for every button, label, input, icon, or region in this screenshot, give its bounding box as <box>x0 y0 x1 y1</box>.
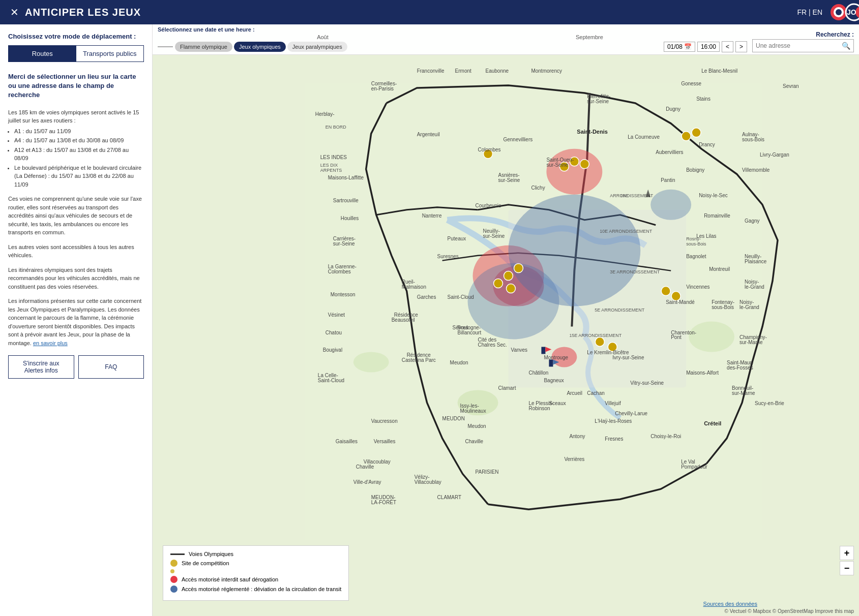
svg-text:Le Kremlin-Bicêtre: Le Kremlin-Bicêtre <box>587 350 629 355</box>
svg-point-3 <box>836 9 842 15</box>
svg-point-29 <box>514 264 523 273</box>
svg-text:Romainville: Romainville <box>704 213 730 219</box>
svg-text:Bougival: Bougival <box>323 347 342 353</box>
svg-text:Houilles: Houilles <box>341 215 359 221</box>
map-controls-top: Sélectionnez une date et une heure : Aoû… <box>153 24 859 55</box>
svg-text:Montreuil: Montreuil <box>709 266 730 272</box>
map-container[interactable]: Franconville Ermont Eaubonne Montmorency… <box>153 57 859 616</box>
svg-text:le-Grand: le-Grand <box>739 304 759 310</box>
svg-point-33 <box>692 128 701 137</box>
time-prev-button[interactable]: < <box>722 41 733 52</box>
legend-blue: Accès motorisé réglementé : déviation de… <box>170 586 341 593</box>
datetime-controls: 01/08 📅 16:00 < > <box>664 41 747 52</box>
legend-competition-label: Site de compétition <box>182 560 229 566</box>
list-item: Le boulevard périphérique et le boulevar… <box>14 164 144 189</box>
svg-text:CLAMART: CLAMART <box>437 495 462 500</box>
svg-text:Aubervilliers: Aubervilliers <box>656 149 683 155</box>
svg-text:Vitry-sur-Seine: Vitry-sur-Seine <box>630 380 664 386</box>
language-selector[interactable]: FR | EN <box>797 8 822 16</box>
routes-button[interactable]: Routes <box>9 46 76 61</box>
search-icon[interactable]: 🔍 <box>842 42 850 50</box>
legend-blue-icon <box>170 586 177 593</box>
month-aout: Août <box>317 34 329 40</box>
legend-voies-label: Voies Olympiques <box>189 551 233 557</box>
month-septembre: Septembre <box>576 34 603 40</box>
svg-text:Arcueil: Arcueil <box>567 390 582 396</box>
time-input-box[interactable]: 16:00 <box>697 42 720 52</box>
logo: JO <box>828 2 849 22</box>
search-input[interactable] <box>756 42 840 49</box>
svg-text:LES INDES: LES INDES <box>320 155 347 160</box>
svg-text:L'Haÿ-les-Roses: L'Haÿ-les-Roses <box>595 418 632 424</box>
info-text-5: Les informations présentes sur cette car… <box>8 297 144 347</box>
time-value: 16:00 <box>701 43 716 50</box>
svg-text:Franconville: Franconville <box>417 68 445 74</box>
svg-text:Montrouge: Montrouge <box>544 355 568 360</box>
sources-link[interactable]: Sources des données <box>703 601 757 607</box>
timeline: Flamme olympique Jeux olympiques Jeux pa… <box>158 41 747 52</box>
calendar-icon: 📅 <box>684 43 692 50</box>
date-input-box[interactable]: 01/08 📅 <box>664 42 695 52</box>
timeline-flamme[interactable]: Flamme olympique <box>175 42 232 52</box>
time-next-button[interactable]: > <box>735 41 747 52</box>
sidebar: Choisissez votre mode de déplacement : R… <box>0 24 153 616</box>
svg-point-26 <box>595 337 604 346</box>
timeline-paralympiques[interactable]: Jeux paralympiques <box>287 42 347 52</box>
alertes-button[interactable]: S'inscrire aux Alertes infos <box>8 355 74 379</box>
instruction-text: Merci de sélectionner un lieu sur la car… <box>8 72 144 100</box>
svg-text:Beausoleil: Beausoleil <box>392 317 415 323</box>
svg-text:Montmorency: Montmorency <box>531 68 561 74</box>
mode-buttons: Routes Transports publics <box>8 45 144 62</box>
svg-text:Sevran: Sevran <box>783 83 799 89</box>
svg-text:Billancourt: Billancourt <box>458 330 482 335</box>
svg-text:Noisy-le-Sec: Noisy-le-Sec <box>699 193 728 198</box>
list-item: A12 et A13 : du 15/07 au 13/08 et du 27/… <box>14 146 144 163</box>
transports-button[interactable]: Transports publics <box>76 46 144 61</box>
svg-text:Maisons-Laffitte: Maisons-Laffitte <box>328 175 364 180</box>
header-close-area: ✕ ANTICIPER LES JEUX <box>10 6 141 18</box>
svg-text:Sèvres: Sèvres <box>453 325 468 330</box>
svg-text:Drancy: Drancy <box>699 142 715 147</box>
svg-text:Châtillon: Châtillon <box>528 370 548 376</box>
legend-voies: Voies Olympiques <box>170 551 341 557</box>
info-text-1: Les 185 km de voies olympiques seront ac… <box>8 108 144 189</box>
svg-text:Le Blanc-Mesnil: Le Blanc-Mesnil <box>701 68 737 74</box>
svg-text:Villejuif: Villejuif <box>605 401 621 406</box>
map-attribution: © Vectuel © Mapbox © OpenStreetMap Impro… <box>725 608 854 614</box>
svg-text:Verrières: Verrières <box>564 456 584 462</box>
search-box[interactable]: 🔍 <box>752 39 854 52</box>
svg-text:Pompadour: Pompadour <box>681 464 707 470</box>
svg-text:LA-FORÊT: LA-FORÊT <box>371 499 396 505</box>
svg-text:Chevilly-Larue: Chevilly-Larue <box>615 411 647 416</box>
svg-text:Bobigny: Bobigny <box>686 167 704 173</box>
svg-text:Choisy-le-Roi: Choisy-le-Roi <box>650 434 681 439</box>
svg-text:Chalres Sec.: Chalres Sec. <box>478 342 507 348</box>
svg-point-13 <box>546 149 602 195</box>
close-icon[interactable]: ✕ <box>10 6 19 18</box>
zoom-out-button[interactable]: − <box>840 561 854 575</box>
svg-text:Villacoublay: Villacoublay <box>414 479 441 485</box>
svg-text:Bagnolet: Bagnolet <box>686 254 706 259</box>
svg-text:en-Parisis: en-Parisis <box>371 86 394 91</box>
svg-text:Pont: Pont <box>671 334 682 340</box>
svg-text:Saint-Denis: Saint-Denis <box>577 129 607 135</box>
svg-point-24 <box>661 287 670 296</box>
timeline-segments: Flamme olympique Jeux olympiques Jeux pa… <box>175 42 659 52</box>
faq-button[interactable]: FAQ <box>78 355 144 379</box>
zoom-in-button[interactable]: + <box>840 546 854 560</box>
svg-text:Gaisailles: Gaisailles <box>336 439 358 444</box>
svg-rect-34 <box>541 347 545 354</box>
timeline-jeux[interactable]: Jeux olympiques <box>234 42 286 52</box>
svg-text:Rosny-: Rosny- <box>686 236 700 241</box>
svg-text:Sucy-en-Brie: Sucy-en-Brie <box>755 401 784 406</box>
svg-text:Chaville: Chaville <box>465 439 484 444</box>
svg-text:Plaisance: Plaisance <box>745 259 767 264</box>
date-value: 01/08 <box>667 43 683 50</box>
svg-text:Cachan: Cachan <box>587 390 604 396</box>
svg-point-31 <box>506 284 515 293</box>
en-savoir-plus-link[interactable]: en savoir plus <box>33 340 68 346</box>
svg-text:Vincennes: Vincennes <box>686 284 709 290</box>
month-labels: Août Septembre <box>158 34 747 40</box>
svg-text:le-Grand: le-Grand <box>745 284 764 290</box>
map-area[interactable]: Sélectionnez une date et une heure : Aoû… <box>153 24 859 616</box>
